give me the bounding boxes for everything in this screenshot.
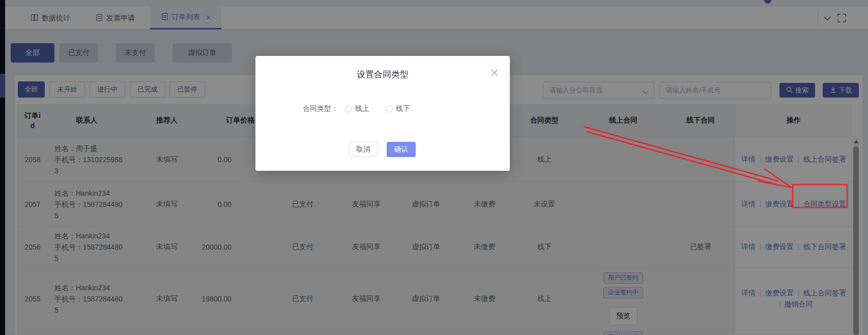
field-label: 合同类型： xyxy=(303,104,338,113)
radio-offline[interactable]: 线下 xyxy=(386,104,410,113)
dialog-footer: 取消 确认 xyxy=(349,142,416,157)
radio-label: 线上 xyxy=(355,104,369,113)
radio-circle-icon[interactable] xyxy=(386,105,393,112)
cancel-button[interactable]: 取消 xyxy=(349,142,378,157)
set-contract-type-dialog: 设置合同类型 合同类型： 线上 线下 取消 确认 xyxy=(255,56,510,171)
confirm-button[interactable]: 确认 xyxy=(387,142,416,157)
dialog-title: 设置合同类型 xyxy=(255,69,510,80)
radio-label: 线下 xyxy=(396,104,410,113)
contract-type-field: 合同类型： 线上 线下 xyxy=(303,104,410,113)
radio-circle-icon[interactable] xyxy=(345,105,352,112)
close-icon[interactable] xyxy=(491,69,498,76)
radio-online[interactable]: 线上 xyxy=(345,104,369,113)
